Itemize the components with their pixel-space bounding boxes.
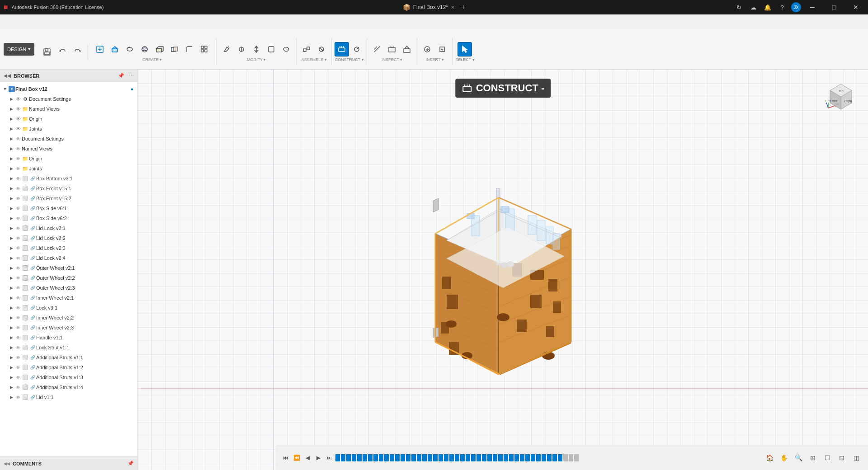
help-btn[interactable]: ? <box>777 2 788 13</box>
visibility-icon[interactable]: 👁 <box>14 175 22 182</box>
save-btn[interactable] <box>40 45 54 59</box>
list-item[interactable]: ▶ 👁 🔗 Additional Struts v1:2 <box>0 362 137 372</box>
timeline-marker[interactable] <box>390 454 394 461</box>
tree-arrow[interactable]: ▶ <box>8 146 14 152</box>
browser-pin-btn[interactable]: 📌 <box>118 73 124 79</box>
list-item[interactable]: ▶ 👁 📁 Origin <box>0 154 137 164</box>
timeline-marker[interactable] <box>482 454 486 461</box>
tree-arrow[interactable]: ▶ <box>8 384 14 390</box>
tree-arrow[interactable]: ▶ <box>8 136 14 142</box>
visibility-icon[interactable]: 👁 <box>14 264 22 272</box>
visibility-icon[interactable]: 👁 <box>14 205 22 212</box>
timeline-marker[interactable] <box>352 454 356 461</box>
visibility-icon[interactable]: 👁 <box>14 384 22 391</box>
list-item[interactable]: ▶ 👁 🔗 Lid Lock v2:3 <box>0 243 137 253</box>
list-item[interactable]: ▶ 👁 🔗 Box Front v15:2 <box>0 193 137 203</box>
inspect-btn1[interactable] <box>370 42 384 56</box>
timeline-marker[interactable] <box>428 454 432 461</box>
timeline-marker[interactable] <box>379 454 383 461</box>
visibility-icon[interactable]: 👁 <box>14 324 22 331</box>
list-item[interactable]: ▶ 👁 📁 Joints <box>0 124 137 134</box>
list-item[interactable]: ▶ 👁 🔗 Lid Lock v2:2 <box>0 233 137 243</box>
new-component-btn[interactable] <box>93 42 107 56</box>
vp-home-btn[interactable]: 🏠 <box>763 451 776 464</box>
list-item[interactable]: ▶ 👁 🔗 Additional Struts v1:1 <box>0 352 137 362</box>
tree-root-arrow[interactable]: ▼ <box>2 86 8 92</box>
tree-arrow[interactable]: ▶ <box>8 394 14 400</box>
timeline-marker[interactable] <box>357 454 362 461</box>
timeline-marker[interactable] <box>444 454 448 461</box>
tree-arrow[interactable]: ▶ <box>8 245 14 251</box>
timeline-marker[interactable] <box>525 454 530 461</box>
visibility-icon[interactable]: 👁 <box>14 254 22 262</box>
list-item[interactable]: ▶ 👁 🔗 Lid Lock v2:1 <box>0 223 137 233</box>
tree-arrow[interactable]: ▶ <box>8 205 14 212</box>
timeline-marker[interactable] <box>509 454 514 461</box>
tree-arrow[interactable]: ▶ <box>8 225 14 231</box>
visibility-icon[interactable]: 👁 <box>14 235 22 242</box>
combine-btn[interactable] <box>167 42 182 56</box>
revolve-btn[interactable] <box>123 42 137 56</box>
timeline-marker[interactable] <box>373 454 378 461</box>
list-item[interactable]: ▶ 👁 🔗 Box Side v6:2 <box>0 213 137 223</box>
list-item[interactable]: ▶ 👁 🔗 Additional Struts v1:4 <box>0 382 137 392</box>
tree-arrow[interactable]: ▶ <box>8 364 14 371</box>
tree-arrow[interactable]: ▶ <box>8 116 14 122</box>
visibility-icon[interactable]: 👁 <box>14 185 22 192</box>
list-item[interactable]: ▶ 👁 📁 Named Views <box>0 104 137 114</box>
timeline-skip-end[interactable]: ⏭ <box>325 453 334 462</box>
sphere-btn[interactable] <box>137 42 152 56</box>
timeline-marker[interactable] <box>417 454 421 461</box>
visibility-icon[interactable]: 👁 <box>14 135 22 142</box>
viewcube[interactable]: Top Right Front X Z Y <box>823 79 859 115</box>
timeline-marker[interactable] <box>384 454 389 461</box>
tree-arrow[interactable]: ▶ <box>8 374 14 381</box>
close-btn[interactable]: ✕ <box>845 0 866 14</box>
timeline-skip-start[interactable]: ⏮ <box>281 453 290 462</box>
inspect-btn3[interactable] <box>400 42 414 56</box>
tree-arrow[interactable]: ▶ <box>8 106 14 112</box>
timeline-marker[interactable] <box>433 454 438 461</box>
assemble-btn2[interactable] <box>314 42 329 56</box>
tree-arrow[interactable]: ▶ <box>8 265 14 271</box>
timeline-marker[interactable] <box>493 454 497 461</box>
pattern-btn[interactable] <box>197 42 212 56</box>
list-item[interactable]: ▶ 👁 🔗 Additional Struts v1:3 <box>0 372 137 382</box>
fillet-btn[interactable] <box>182 42 197 56</box>
list-item[interactable]: ▶ 👁 🔗 Box Bottom v3:1 <box>0 174 137 183</box>
visibility-icon[interactable]: 👁 <box>14 165 22 172</box>
construct-btn2[interactable] <box>349 42 364 56</box>
visibility-icon[interactable]: 👁 <box>14 145 22 152</box>
list-item[interactable]: ▶ 👁 🔗 Outer Wheel v2:1 <box>0 263 137 273</box>
timeline-marker[interactable] <box>449 454 454 461</box>
tree-arrow[interactable]: ▶ <box>8 165 14 172</box>
timeline-marker[interactable] <box>460 454 465 461</box>
timeline-marker[interactable] <box>346 454 351 461</box>
tree-arrow[interactable]: ▶ <box>8 324 14 331</box>
tree-arrow[interactable]: ▶ <box>8 295 14 301</box>
redo-btn[interactable] <box>71 45 85 59</box>
tree-root[interactable]: ▼ F Final Box v12 ● <box>0 84 137 94</box>
insert-btn2[interactable] <box>435 42 449 56</box>
vp-grid-btn[interactable]: ⊟ <box>835 451 848 464</box>
construct-btn1[interactable] <box>335 42 349 56</box>
visibility-icon[interactable]: 👁 <box>14 334 22 341</box>
visibility-icon[interactable]: 👁 <box>14 195 22 202</box>
timeline-play-back[interactable]: ◀ <box>303 453 312 462</box>
browser-dots-btn[interactable]: ⋯ <box>129 73 134 79</box>
tree-arrow[interactable]: ▶ <box>8 175 14 182</box>
timeline-marker[interactable] <box>563 454 568 461</box>
timeline-marker[interactable] <box>536 454 541 461</box>
tree-arrow[interactable]: ▶ <box>8 235 14 241</box>
list-item[interactable]: ▶ 👁 🔗 Lock Strut v1:1 <box>0 343 137 352</box>
list-item[interactable]: ▶ 👁 Document Settings <box>0 134 137 144</box>
timeline-marker[interactable] <box>574 454 579 461</box>
timeline-play[interactable]: ▶ <box>314 453 323 462</box>
list-item[interactable]: ▶ 👁 🔗 Lid Lock v2:4 <box>0 253 137 263</box>
timeline-marker[interactable] <box>466 454 470 461</box>
modify-btn1[interactable] <box>219 42 234 56</box>
tree-arrow[interactable]: ▶ <box>8 215 14 221</box>
visibility-icon[interactable]: 👁 <box>14 304 22 311</box>
visibility-icon[interactable]: 👁 <box>14 155 22 162</box>
tree-arrow[interactable]: ▶ <box>8 305 14 311</box>
